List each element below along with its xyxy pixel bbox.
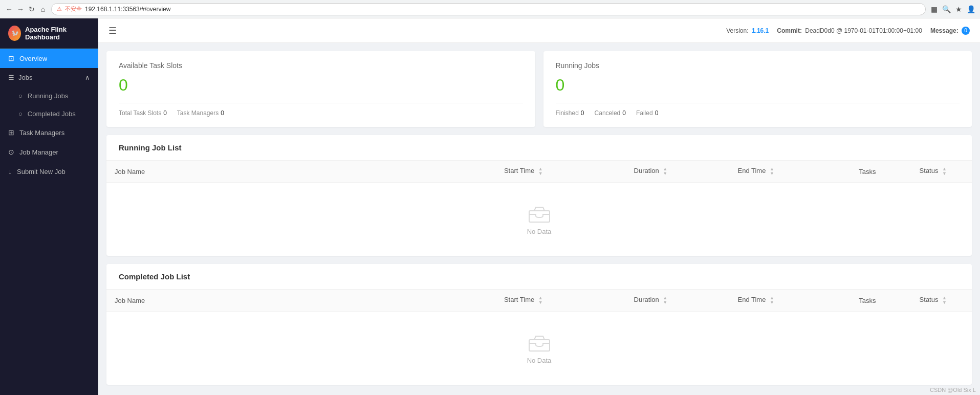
- zoom-button[interactable]: 🔍: [942, 5, 950, 13]
- running-jobs-card: Running Jobs 0 Finished 0 Canceled 0 Fai…: [543, 51, 972, 127]
- header-left: ☰: [108, 25, 117, 36]
- running-job-table-header-row: Job Name Start Time ▲▼ Duration ▲▼: [106, 161, 972, 183]
- finished-value: 0: [581, 109, 584, 117]
- completed-jobs-icon: ○: [18, 110, 23, 118]
- home-button[interactable]: ⌂: [39, 5, 47, 13]
- submit-job-icon: ↓: [8, 167, 12, 175]
- logo-icon: 🐿: [8, 26, 21, 41]
- browser-right-controls: ▦ 🔍 ★ 👤: [930, 5, 975, 13]
- footer-watermark: CSDN @Old Six L: [930, 387, 976, 393]
- version-info: Version: 1.16.1: [726, 27, 769, 34]
- job-manager-icon: ⊙: [8, 148, 14, 156]
- sidebar-item-task-managers[interactable]: ⊞ Task Managers: [0, 123, 98, 142]
- col-status-1[interactable]: Status ▲▼: [911, 161, 972, 183]
- sort-duration-2: ▲▼: [663, 296, 667, 305]
- sidebar-item-completed-jobs[interactable]: ○ Completed Jobs: [0, 105, 98, 123]
- canceled-count: Canceled 0: [595, 109, 626, 117]
- sidebar-item-overview[interactable]: ⊡ Overview: [0, 49, 98, 68]
- header-right: Version: 1.16.1 Commit: DeadD0d0 @ 1970-…: [726, 27, 970, 35]
- completed-job-no-data-row: No Data: [106, 312, 972, 385]
- profile-button[interactable]: 👤: [967, 5, 975, 13]
- jobs-icon: ☰: [8, 74, 14, 81]
- bookmark-button[interactable]: ★: [954, 5, 963, 13]
- task-managers-value: 0: [221, 109, 224, 117]
- app-container: 🐿 Apache Flink Dashboard ⊡ Overview ☰ Jo…: [0, 18, 980, 395]
- running-jobs-card-title: Running Jobs: [556, 61, 960, 70]
- url-text: 192.168.1.11:33563/#/overview: [85, 6, 170, 13]
- commit-label: Commit:: [777, 27, 802, 34]
- address-bar[interactable]: ⚠ 不安全 192.168.1.11:33563/#/overview: [51, 3, 926, 15]
- task-managers-label: Task Managers: [19, 129, 64, 137]
- running-job-no-data-row: No Data: [106, 183, 972, 256]
- job-manager-label: Job Manager: [19, 148, 58, 156]
- jobs-group-left: ☰ Jobs: [8, 74, 32, 81]
- canceled-value: 0: [622, 109, 626, 117]
- chevron-up-icon: ∧: [85, 74, 90, 81]
- sort-status-1: ▲▼: [942, 167, 947, 176]
- col-start-time-1[interactable]: Start Time ▲▼: [496, 161, 626, 183]
- message-info: Message: 0: [930, 27, 970, 35]
- reload-button[interactable]: ↻: [28, 5, 36, 13]
- main-content: Available Task Slots 0 Total Task Slots …: [98, 43, 980, 395]
- task-slots-footer: Total Task Slots 0 Task Managers 0: [119, 103, 523, 117]
- completed-job-no-data-text: No Data: [106, 357, 972, 364]
- completed-job-table: Job Name Start Time ▲▼ Duration ▲▼: [106, 290, 972, 385]
- total-task-slots-value: 0: [163, 109, 167, 117]
- forward-button[interactable]: →: [16, 5, 25, 13]
- col-job-name-2[interactable]: Job Name: [106, 290, 496, 312]
- sidebar-item-job-manager[interactable]: ⊙ Job Manager: [0, 142, 98, 162]
- failed-value: 0: [655, 109, 659, 117]
- task-slots-number: 0: [119, 76, 523, 95]
- running-job-list-header: Running Job List: [106, 135, 972, 161]
- version-label: Version:: [726, 27, 748, 34]
- task-slots-card: Available Task Slots 0 Total Task Slots …: [106, 51, 535, 127]
- finished-label: Finished: [556, 109, 579, 117]
- submit-job-label: Submit New Job: [17, 168, 66, 175]
- sort-start-time-2: ▲▼: [538, 296, 543, 305]
- menu-toggle-button[interactable]: ☰: [108, 25, 117, 36]
- task-managers-icon: ⊞: [8, 128, 14, 137]
- sort-start-time-1: ▲▼: [538, 167, 543, 176]
- sidebar-logo: 🐿 Apache Flink Dashboard: [0, 18, 98, 49]
- summary-cards: Available Task Slots 0 Total Task Slots …: [106, 51, 972, 127]
- task-managers-label: Task Managers: [177, 109, 219, 117]
- total-task-slots: Total Task Slots 0: [119, 109, 167, 117]
- completed-job-empty-icon: [106, 332, 972, 353]
- warning-label: 不安全: [65, 5, 82, 13]
- running-job-table-wrapper: Job Name Start Time ▲▼ Duration ▲▼: [106, 161, 972, 256]
- sort-end-time-2: ▲▼: [770, 296, 774, 305]
- col-status-2[interactable]: Status ▲▼: [911, 290, 972, 312]
- task-managers-count: Task Managers 0: [177, 109, 224, 117]
- sidebar-jobs-group[interactable]: ☰ Jobs ∧: [0, 68, 98, 87]
- svg-rect-1: [529, 340, 550, 351]
- failed-count: Failed 0: [636, 109, 658, 117]
- extensions-button[interactable]: ▦: [930, 5, 938, 13]
- running-job-empty-icon: [106, 203, 972, 224]
- col-tasks-1[interactable]: Tasks: [851, 161, 911, 183]
- canceled-label: Canceled: [595, 109, 621, 117]
- finished-count: Finished 0: [556, 109, 584, 117]
- sidebar: 🐿 Apache Flink Dashboard ⊡ Overview ☰ Jo…: [0, 18, 98, 395]
- running-jobs-icon: ○: [18, 92, 23, 100]
- top-header: ☰ Version: 1.16.1 Commit: DeadD0d0 @ 197…: [98, 18, 980, 43]
- col-end-time-1[interactable]: End Time ▲▼: [730, 161, 851, 183]
- back-button[interactable]: ←: [5, 5, 13, 13]
- sidebar-overview-label: Overview: [19, 55, 47, 62]
- jobs-label: Jobs: [18, 74, 32, 81]
- message-label: Message:: [930, 27, 959, 34]
- col-tasks-2[interactable]: Tasks: [851, 290, 911, 312]
- message-count: 0: [962, 27, 970, 35]
- warning-icon: ⚠: [57, 6, 62, 12]
- task-slots-card-title: Available Task Slots: [119, 61, 523, 70]
- sort-duration-1: ▲▼: [663, 167, 667, 176]
- version-value: 1.16.1: [752, 27, 769, 34]
- col-end-time-2[interactable]: End Time ▲▼: [730, 290, 851, 312]
- col-start-time-2[interactable]: Start Time ▲▼: [496, 290, 626, 312]
- col-duration-2[interactable]: Duration ▲▼: [626, 290, 730, 312]
- col-job-name-1[interactable]: Job Name: [106, 161, 496, 183]
- failed-label: Failed: [636, 109, 653, 117]
- col-duration-1[interactable]: Duration ▲▼: [626, 161, 730, 183]
- completed-job-table-wrapper: Job Name Start Time ▲▼ Duration ▲▼: [106, 290, 972, 385]
- sidebar-item-running-jobs[interactable]: ○ Running Jobs: [0, 87, 98, 105]
- sidebar-item-submit-new-job[interactable]: ↓ Submit New Job: [0, 162, 98, 181]
